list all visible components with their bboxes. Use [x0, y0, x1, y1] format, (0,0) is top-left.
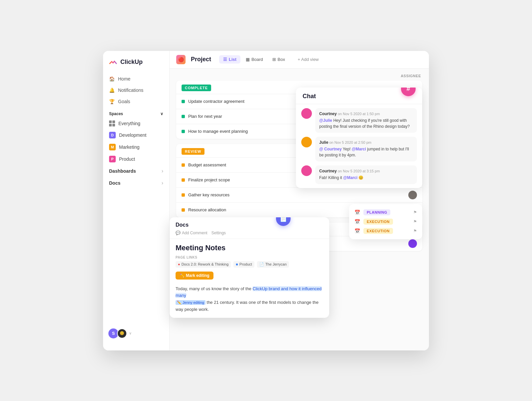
sidebar-item-marketing[interactable]: M Marketing — [106, 141, 167, 153]
page-link-jerrycan[interactable]: 📄 The Jerrycan — [257, 261, 289, 268]
link-dot-icon: ● — [178, 262, 180, 266]
sidebar-navigation: 🏠 Home 🔔 Notifications 🏆 Goals — [103, 74, 169, 107]
tab-box[interactable]: ⊞ Box — [268, 55, 289, 64]
task-status-dot — [182, 100, 185, 103]
sidebar-item-product[interactable]: P Product — [106, 153, 167, 165]
sprint-badge: PLANNING — [363, 209, 390, 215]
grid-icon — [109, 120, 115, 126]
sprint-panel: 📅 PLANNING ⚑ 📅 EXECUTION ⚑ 📅 EXECUTION ⚑ — [349, 204, 422, 239]
bell-icon: 🔔 — [109, 88, 115, 93]
page-links-label: PAGE LINKS — [176, 256, 323, 259]
link-dot-icon: ■ — [236, 262, 238, 266]
jenny-editing-badge: ✏️ Jenny editing — [176, 300, 205, 305]
clickup-logo-icon — [108, 58, 118, 67]
chat-text: Fab! Killing it @Marci 😊 — [319, 175, 413, 181]
tab-board[interactable]: ▦ Board — [242, 55, 267, 64]
task-status-dot — [182, 115, 185, 118]
list-item: Courtney on Nov 5 2020 at 3:15 pm Fab! K… — [301, 165, 417, 184]
app-container: ClickUp 🏠 Home 🔔 Notifications 🏆 Goals S… — [103, 51, 429, 350]
docs-title-row: Docs — [176, 222, 323, 228]
review-label: REVIEW — [182, 148, 204, 155]
project-icon: 🔴 — [176, 55, 186, 64]
task-status-dot — [182, 193, 185, 197]
task-status-dot — [182, 130, 185, 133]
app-name: ClickUp — [120, 59, 143, 66]
chat-bubble: Courtney on Nov 5 2020 at 3:15 pm Fab! K… — [315, 165, 417, 184]
docs-chevron-icon: › — [162, 180, 163, 186]
sidebar-item-dashboards[interactable]: Dashboards › — [106, 165, 167, 177]
docs-header: Docs 💬 Add Comment Settings — [170, 217, 329, 239]
add-view-button[interactable]: + Add view — [294, 55, 322, 64]
user-menu-chevron[interactable]: ∨ — [129, 331, 132, 335]
project-title: Project — [191, 56, 211, 63]
sidebar-item-development[interactable]: D Development — [106, 129, 167, 141]
chat-panel: # Chat Courtney on Nov 5 2020 at 1:50 pm… — [296, 88, 422, 188]
link-doc-icon: 📄 — [259, 262, 264, 267]
docs-actions: 💬 Add Comment Settings — [176, 231, 323, 235]
topbar: 🔴 Project ☰ List ▦ Board ⊞ Box + Add vie… — [170, 51, 429, 69]
add-comment-button[interactable]: 💬 Add Comment — [176, 231, 207, 235]
task-status-dot — [182, 163, 185, 167]
chat-meta: Courtney on Nov 5 2020 at 3:15 pm — [319, 169, 413, 173]
flag-icon: ⚑ — [413, 219, 417, 224]
sidebar-item-goals[interactable]: 🏆 Goals — [106, 96, 167, 107]
list-icon: ☰ — [223, 57, 227, 62]
complete-label: COMPLETE — [182, 85, 211, 91]
marketing-badge: M — [109, 144, 116, 150]
docs-title: Docs — [176, 222, 189, 228]
task-status-dot — [182, 208, 185, 212]
spaces-header: Spaces ∨ — [103, 107, 169, 118]
development-badge: D — [109, 132, 116, 138]
goals-icon: 🏆 — [109, 99, 115, 104]
user-avatar-dark[interactable]: 😊 — [117, 328, 127, 338]
calendar-icon: 📅 — [354, 210, 360, 215]
list-item: 📅 EXECUTION ⚑ — [354, 219, 417, 225]
chat-text: @Julie Hey! Just checking if you're stil… — [319, 117, 413, 129]
page-link-docs[interactable]: ● Docs 2.0: Rework & Thinking — [176, 261, 231, 268]
sidebar-item-everything[interactable]: Everything — [106, 118, 167, 129]
list-item: 📅 PLANNING ⚑ — [354, 209, 417, 215]
dashboards-chevron-icon: › — [162, 168, 163, 174]
chat-avatar — [301, 165, 312, 176]
spaces-chevron-icon[interactable]: ∨ — [160, 111, 163, 116]
box-icon: ⊞ — [272, 57, 276, 62]
sidebar-footer: S 😊 ∨ — [103, 323, 169, 344]
chat-messages: Courtney on Nov 5 2020 at 1:50 pm @Julie… — [296, 104, 422, 188]
list-item: 📅 EXECUTION ⚑ — [354, 228, 417, 234]
product-badge: P — [109, 156, 116, 162]
task-meta — [408, 239, 417, 248]
task-status-dot — [182, 178, 185, 182]
sprint-badge: EXECUTION — [363, 228, 393, 234]
tab-list[interactable]: ☰ List — [219, 55, 240, 64]
chat-meta: Courtney on Nov 5 2020 at 1:50 pm — [319, 111, 413, 116]
sidebar-item-docs[interactable]: Docs › — [106, 177, 167, 189]
pencil-icon: ✏️ — [180, 273, 185, 278]
settings-button[interactable]: Settings — [211, 231, 226, 235]
calendar-icon: 📅 — [354, 219, 360, 224]
mark-editing-button[interactable]: ✏️ Mark editing — [176, 272, 213, 280]
chat-avatar — [301, 137, 312, 147]
sidebar: ClickUp 🏠 Home 🔔 Notifications 🏆 Goals S… — [103, 51, 170, 350]
chat-bubble: Julie on Nov 5 2020 at 2:50 pm @ Courtne… — [315, 137, 417, 161]
logo-area: ClickUp — [103, 58, 169, 74]
table-row[interactable]: Gather key resources — [176, 187, 422, 202]
meeting-notes-title: Meeting Notes — [176, 244, 323, 252]
chat-bubble: Courtney on Nov 5 2020 at 1:50 pm @Julie… — [315, 108, 417, 133]
task-meta — [408, 191, 417, 199]
home-icon: 🏠 — [109, 76, 115, 82]
chat-meta: Julie on Nov 5 2020 at 2:50 pm — [319, 140, 413, 145]
page-links: ● Docs 2.0: Rework & Thinking ■ Product … — [176, 261, 323, 268]
sidebar-item-home[interactable]: 🏠 Home — [106, 74, 167, 84]
comment-icon: 💬 — [176, 231, 181, 235]
doc-text: Today, many of us know the story of the … — [176, 286, 323, 313]
document-icon: 📄 — [280, 217, 287, 222]
flag-icon: ⚑ — [413, 229, 417, 233]
flag-icon: ⚑ — [413, 210, 417, 215]
avatar — [408, 239, 417, 248]
page-link-product[interactable]: ■ Product — [233, 261, 254, 268]
assignee-header: ASSIGNEE — [176, 74, 422, 78]
avatar — [408, 191, 417, 199]
docs-panel: 📄 Docs 💬 Add Comment Settings Meetin — [170, 217, 329, 318]
sidebar-item-notifications[interactable]: 🔔 Notifications — [106, 85, 167, 96]
calendar-icon: 📅 — [354, 228, 360, 234]
